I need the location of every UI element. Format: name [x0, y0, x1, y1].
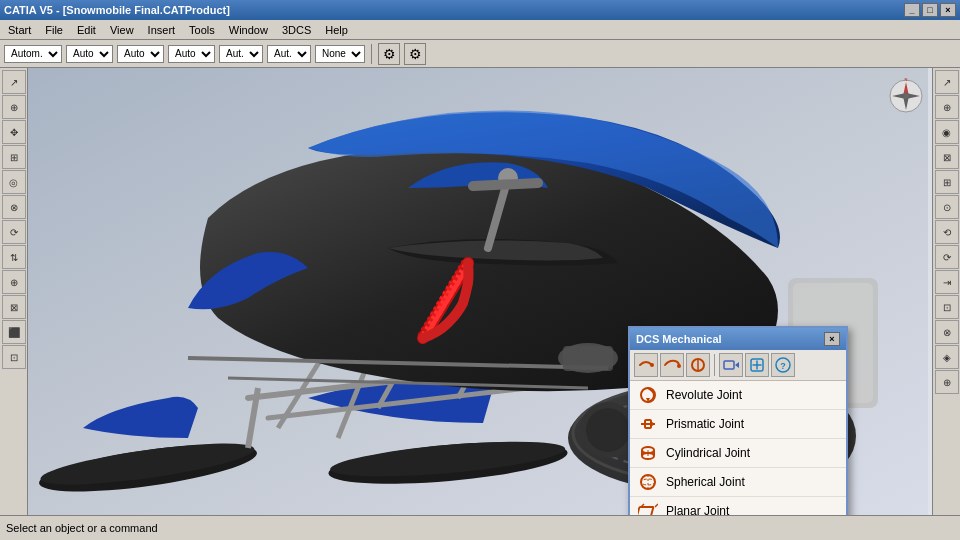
left-btn-5[interactable]: ◎ — [2, 170, 26, 194]
toolbar-select-2[interactable]: Auto — [66, 45, 113, 63]
right-btn-9[interactable]: ⇥ — [935, 270, 959, 294]
right-btn-5[interactable]: ⊞ — [935, 170, 959, 194]
left-btn-9[interactable]: ⊕ — [2, 270, 26, 294]
dcs-popup: DCS Mechanical × — [628, 326, 848, 515]
svg-line-29 — [473, 183, 538, 186]
viewport[interactable]: N DCS Mechanical × — [28, 68, 932, 515]
right-btn-7[interactable]: ⟲ — [935, 220, 959, 244]
spherical-label: Spherical Joint — [666, 475, 745, 489]
menu-edit[interactable]: Edit — [71, 22, 102, 38]
dcs-popup-close-button[interactable]: × — [824, 332, 840, 346]
left-toolbar: ↗ ⊕ ✥ ⊞ ◎ ⊗ ⟳ ⇅ ⊕ ⊠ ⬛ ⊡ — [0, 68, 28, 515]
cylindrical-label: Cylindrical Joint — [666, 446, 750, 460]
toolbar-select-3[interactable]: Auto — [117, 45, 164, 63]
left-btn-8[interactable]: ⇅ — [2, 245, 26, 269]
menu-file[interactable]: File — [39, 22, 69, 38]
left-btn-3[interactable]: ✥ — [2, 120, 26, 144]
menu-item-cylindrical[interactable]: Cylindrical Joint — [630, 439, 846, 468]
toolbar-select-1[interactable]: Autom. — [4, 45, 62, 63]
title-bar: CATIA V5 - [Snowmobile Final.CATProduct]… — [0, 0, 960, 20]
right-btn-4[interactable]: ⊠ — [935, 145, 959, 169]
close-button[interactable]: × — [940, 3, 956, 17]
menu-view[interactable]: View — [104, 22, 140, 38]
svg-marker-51 — [652, 422, 655, 426]
dcs-toolbar-btn-3[interactable] — [686, 353, 710, 377]
status-bar: Select an object or a command — [0, 515, 960, 540]
left-btn-7[interactable]: ⟳ — [2, 220, 26, 244]
svg-point-37 — [903, 93, 909, 99]
menu-tools[interactable]: Tools — [183, 22, 221, 38]
main-layout: ↗ ⊕ ✥ ⊞ ◎ ⊗ ⟳ ⇅ ⊕ ⊠ ⬛ ⊡ — [0, 68, 960, 515]
maximize-button[interactable]: □ — [922, 3, 938, 17]
toolbar-select-5[interactable]: Aut. — [219, 45, 263, 63]
svg-point-40 — [677, 364, 681, 368]
svg-point-57 — [641, 475, 655, 489]
right-btn-2[interactable]: ⊕ — [935, 95, 959, 119]
right-toolbar: ↗ ⊕ ◉ ⊠ ⊞ ⊙ ⟲ ⟳ ⇥ ⊡ ⊗ ◈ ⊕ — [932, 68, 960, 515]
svg-marker-43 — [735, 362, 739, 368]
menu-help[interactable]: Help — [319, 22, 354, 38]
toolbar-btn-1[interactable]: ⚙ — [378, 43, 400, 65]
svg-rect-31 — [563, 346, 613, 371]
prismatic-label: Prismatic Joint — [666, 417, 744, 431]
status-text: Select an object or a command — [6, 522, 158, 534]
right-btn-1[interactable]: ↗ — [935, 70, 959, 94]
dcs-toolbar-btn-2[interactable] — [660, 353, 684, 377]
right-btn-11[interactable]: ⊗ — [935, 320, 959, 344]
menu-item-prismatic[interactable]: Prismatic Joint — [630, 410, 846, 439]
menu-bar: Start File Edit View Insert Tools Window… — [0, 20, 960, 40]
menu-item-planar[interactable]: Planar Joint — [630, 497, 846, 515]
menu-window[interactable]: Window — [223, 22, 274, 38]
title-bar-buttons: _ □ × — [904, 3, 956, 17]
left-btn-4[interactable]: ⊞ — [2, 145, 26, 169]
svg-line-62 — [655, 504, 658, 507]
dcs-toolbar-btn-dropdown[interactable] — [719, 353, 743, 377]
svg-point-19 — [586, 408, 630, 452]
svg-rect-60 — [638, 507, 653, 515]
dcs-popup-title-text: DCS Mechanical — [636, 333, 722, 345]
right-btn-8[interactable]: ⟳ — [935, 245, 959, 269]
planar-label: Planar Joint — [666, 504, 729, 515]
dcs-toolbar-btn-help[interactable]: ? — [771, 353, 795, 377]
dcs-popup-toolbar: ? — [630, 350, 846, 381]
svg-rect-42 — [724, 361, 734, 369]
left-btn-10[interactable]: ⊠ — [2, 295, 26, 319]
dcs-toolbar-separator — [714, 354, 715, 376]
menu-start[interactable]: Start — [2, 22, 37, 38]
dcs-popup-title: DCS Mechanical × — [630, 328, 846, 350]
prismatic-icon — [638, 414, 658, 434]
toolbar-select-7[interactable]: None — [315, 45, 365, 63]
svg-point-39 — [650, 363, 654, 367]
left-btn-11[interactable]: ⬛ — [2, 320, 26, 344]
dcs-toolbar-btn-move[interactable] — [745, 353, 769, 377]
dcs-toolbar-btn-1[interactable] — [634, 353, 658, 377]
toolbar: Autom. Auto Auto Auto Aut. Aut. None ⚙ ⚙ — [0, 40, 960, 68]
compass-rose: N — [888, 78, 924, 114]
planar-icon — [638, 501, 658, 515]
left-btn-12[interactable]: ⊡ — [2, 345, 26, 369]
left-btn-6[interactable]: ⊗ — [2, 195, 26, 219]
minimize-button[interactable]: _ — [904, 3, 920, 17]
right-btn-3[interactable]: ◉ — [935, 120, 959, 144]
right-btn-10[interactable]: ⊡ — [935, 295, 959, 319]
svg-text:N: N — [905, 78, 908, 82]
toolbar-btn-2[interactable]: ⚙ — [404, 43, 426, 65]
svg-text:?: ? — [780, 361, 786, 371]
revolute-label: Revolute Joint — [666, 388, 742, 402]
right-btn-6[interactable]: ⊙ — [935, 195, 959, 219]
left-btn-2[interactable]: ⊕ — [2, 95, 26, 119]
toolbar-select-6[interactable]: Aut. — [267, 45, 311, 63]
menu-insert[interactable]: Insert — [142, 22, 182, 38]
spherical-icon — [638, 472, 658, 492]
title-text: CATIA V5 - [Snowmobile Final.CATProduct] — [4, 4, 230, 16]
toolbar-select-4[interactable]: Auto — [168, 45, 215, 63]
toolbar-separator — [371, 44, 372, 64]
menu-3dcs[interactable]: 3DCS — [276, 22, 317, 38]
left-btn-1[interactable]: ↗ — [2, 70, 26, 94]
menu-item-spherical[interactable]: Spherical Joint — [630, 468, 846, 497]
right-btn-13[interactable]: ⊕ — [935, 370, 959, 394]
right-btn-12[interactable]: ◈ — [935, 345, 959, 369]
menu-item-revolute[interactable]: Revolute Joint — [630, 381, 846, 410]
cylindrical-icon — [638, 443, 658, 463]
revolute-icon — [638, 385, 658, 405]
